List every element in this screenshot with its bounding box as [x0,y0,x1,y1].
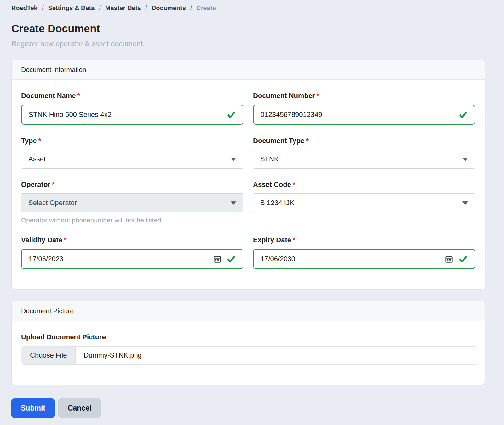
selected-file-name: Dummy-STNK.png [76,347,150,364]
asset-code-select[interactable]: B 1234 IJK [253,193,475,212]
breadcrumb-separator: / [190,4,192,12]
required-asterisk: * [77,92,80,100]
operator-field: Operator* Select Operator Operator witho… [21,181,243,224]
document-information-card: Document Information Document Name* STNK… [11,60,485,290]
valid-check-icon [226,254,236,264]
submit-button[interactable]: Submit [11,398,55,418]
document-type-label: Document Type* [253,137,475,145]
operator-select[interactable]: Select Operator [21,193,243,212]
required-asterisk: * [52,181,55,188]
document-picture-file-input[interactable]: Choose File Dummy-STNK.png [21,346,477,365]
validity-date-input[interactable]: 17/06/2023 [21,249,243,269]
required-asterisk: * [38,137,41,145]
required-asterisk: * [317,92,319,100]
breadcrumb-separator: / [145,4,147,12]
required-asterisk: * [293,181,295,188]
breadcrumb-master-data[interactable]: Master Data [105,4,141,12]
chevron-down-icon [231,158,236,161]
expiry-date-field: Expiry Date* 17/06/2030 [253,236,475,269]
required-asterisk: * [293,236,295,244]
type-select[interactable]: Asset [21,150,243,169]
type-selected-value: Asset [28,155,46,163]
calendar-icon[interactable] [445,255,453,263]
breadcrumb: RoadTek / Settings & Data / Master Data … [11,4,485,12]
document-information-header: Document Information [12,60,485,80]
asset-code-field: Asset Code* B 1234 IJK [253,181,475,224]
document-number-value: 0123456789012349 [261,111,458,119]
page: RoadTek / Settings & Data / Master Data … [0,0,504,425]
operator-label: Operator* [21,181,243,189]
breadcrumb-separator: / [42,4,44,12]
validity-date-value: 17/06/2023 [29,255,213,263]
breadcrumb-separator: / [99,4,101,12]
valid-check-icon [458,110,468,119]
cancel-button[interactable]: Cancel [58,398,101,418]
asset-code-label: Asset Code* [253,181,475,189]
document-type-select[interactable]: STNK [253,150,475,169]
type-field: Type* Asset [21,137,243,169]
document-picture-card: Document Picture Upload Document Picture… [11,301,485,385]
calendar-icon[interactable] [213,255,221,263]
document-number-label: Document Number* [253,92,475,100]
document-name-input[interactable]: STNK Hino 500 Series 4x2 [21,105,243,125]
required-asterisk: * [306,137,309,145]
document-picture-header: Document Picture [12,301,485,321]
valid-check-icon [226,110,236,119]
upload-document-picture-label: Upload Document Picture [21,333,475,341]
chevron-down-icon [462,158,468,161]
chevron-down-icon [231,201,236,205]
valid-check-icon [458,254,468,264]
document-type-field: Document Type* STNK [253,137,475,169]
expiry-date-input[interactable]: 17/06/2030 [253,249,475,269]
document-type-selected-value: STNK [260,155,279,163]
document-number-field: Document Number* 0123456789012349 [253,92,475,125]
breadcrumb-documents[interactable]: Documents [152,4,186,12]
breadcrumb-current-create: Create [196,4,216,12]
breadcrumb-settings-data[interactable]: Settings & Data [48,4,95,12]
page-subtitle: Register new operator & asset document. [11,40,485,48]
validity-date-label: Validity Date* [21,236,243,244]
operator-help-text: Operator without phonenumber will not be… [21,216,243,224]
operator-placeholder: Select Operator [28,199,77,207]
expiry-date-label: Expiry Date* [253,236,475,244]
asset-code-selected-value: B 1234 IJK [260,199,294,207]
document-picture-body: Upload Document Picture Choose File Dumm… [12,321,485,385]
document-name-label: Document Name* [21,92,243,100]
document-number-input[interactable]: 0123456789012349 [253,105,475,125]
breadcrumb-roadtek[interactable]: RoadTek [11,4,37,12]
expiry-date-value: 17/06/2030 [261,255,445,263]
chevron-down-icon [462,201,468,205]
document-name-value: STNK Hino 500 Series 4x2 [29,111,226,119]
form-actions: Submit Cancel [11,398,485,425]
document-name-field: Document Name* STNK Hino 500 Series 4x2 [21,92,243,125]
type-label: Type* [21,137,243,145]
validity-date-field: Validity Date* 17/06/2023 [21,236,243,269]
choose-file-button[interactable]: Choose File [21,347,76,364]
required-asterisk: * [64,236,67,244]
page-title: Create Document [11,22,485,35]
document-information-body: Document Name* STNK Hino 500 Series 4x2 … [12,80,485,289]
